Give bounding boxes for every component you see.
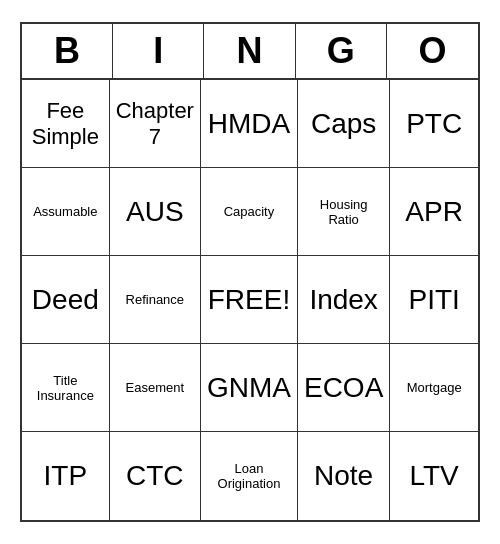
bingo-header: BINGO	[22, 24, 478, 80]
bingo-cell: ITP	[22, 432, 110, 520]
cell-content: Capacity	[224, 204, 275, 219]
bingo-cell: Assumable	[22, 168, 110, 256]
bingo-cell: CTC	[110, 432, 201, 520]
bingo-cell: Index	[298, 256, 390, 344]
cell-content: PTC	[406, 108, 462, 140]
bingo-cell: PTC	[390, 80, 478, 168]
bingo-cell: Loan Origination	[201, 432, 298, 520]
bingo-cell: ECOA	[298, 344, 390, 432]
cell-content: Fee Simple	[28, 98, 103, 150]
cell-content: Deed	[32, 284, 99, 316]
header-letter: N	[204, 24, 295, 78]
cell-content: ITP	[44, 460, 88, 492]
cell-content: Mortgage	[407, 380, 462, 395]
bingo-cell: Caps	[298, 80, 390, 168]
cell-content: Housing Ratio	[304, 197, 383, 227]
header-letter: G	[296, 24, 387, 78]
cell-content: APR	[405, 196, 463, 228]
bingo-cell: Chapter 7	[110, 80, 201, 168]
bingo-cell: Fee Simple	[22, 80, 110, 168]
header-letter: O	[387, 24, 478, 78]
bingo-cell: Housing Ratio	[298, 168, 390, 256]
bingo-cell: GNMA	[201, 344, 298, 432]
bingo-cell: Capacity	[201, 168, 298, 256]
bingo-cell: LTV	[390, 432, 478, 520]
bingo-cell: AUS	[110, 168, 201, 256]
bingo-cell: Deed	[22, 256, 110, 344]
cell-content: Title Insurance	[28, 373, 103, 403]
header-letter: B	[22, 24, 113, 78]
cell-content: CTC	[126, 460, 184, 492]
cell-content: LTV	[410, 460, 459, 492]
bingo-cell: Title Insurance	[22, 344, 110, 432]
cell-content: Caps	[311, 108, 376, 140]
cell-content: Chapter 7	[116, 98, 194, 150]
bingo-grid: Fee SimpleChapter 7HMDACapsPTCAssumableA…	[22, 80, 478, 520]
cell-content: FREE!	[208, 284, 290, 316]
cell-content: Index	[309, 284, 378, 316]
bingo-cell: Mortgage	[390, 344, 478, 432]
header-letter: I	[113, 24, 204, 78]
bingo-cell: HMDA	[201, 80, 298, 168]
cell-content: AUS	[126, 196, 184, 228]
bingo-cell: Note	[298, 432, 390, 520]
bingo-cell: Easement	[110, 344, 201, 432]
cell-content: Loan Origination	[207, 461, 291, 491]
bingo-cell: PITI	[390, 256, 478, 344]
cell-content: PITI	[408, 284, 459, 316]
cell-content: GNMA	[207, 372, 291, 404]
cell-content: Assumable	[33, 204, 97, 219]
bingo-cell: Refinance	[110, 256, 201, 344]
cell-content: Refinance	[126, 292, 185, 307]
bingo-cell: FREE!	[201, 256, 298, 344]
bingo-card: BINGO Fee SimpleChapter 7HMDACapsPTCAssu…	[20, 22, 480, 522]
bingo-cell: APR	[390, 168, 478, 256]
cell-content: Note	[314, 460, 373, 492]
cell-content: Easement	[126, 380, 185, 395]
cell-content: HMDA	[208, 108, 290, 140]
cell-content: ECOA	[304, 372, 383, 404]
